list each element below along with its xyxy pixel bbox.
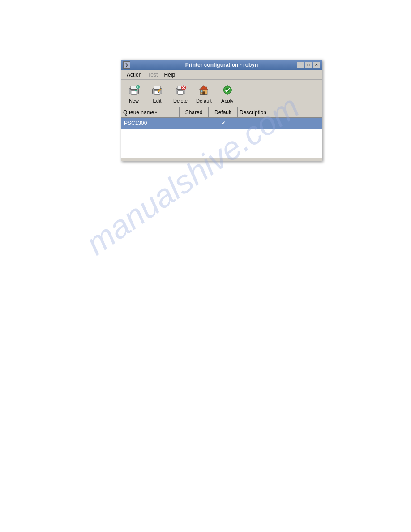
row-default-value: ✔ [209,118,238,129]
printer-table: Queue name ▾ Shared Default Description … [121,107,322,158]
new-label: New [129,98,139,103]
svg-rect-30 [231,89,232,91]
svg-rect-27 [227,86,228,87]
svg-text:+: + [137,86,139,89]
printer-config-window: ❯ Printer configuration - robyn ─ □ ✕ Ac… [121,60,322,161]
svg-rect-4 [135,90,137,91]
minimize-button[interactable]: ─ [297,62,304,68]
window-bottom [121,158,322,161]
edit-button[interactable]: Edit [147,82,167,105]
titlebar-buttons: ─ □ ✕ [297,62,320,68]
col-default-label: Default [214,109,231,116]
apply-icon [220,83,235,97]
table-header: Queue name ▾ Shared Default Description [121,107,322,118]
svg-rect-2 [131,91,137,95]
col-shared-label: Shared [185,109,203,116]
apply-button[interactable]: Apply [218,82,237,105]
menu-test: Test [145,71,160,78]
maximize-button[interactable]: □ [305,62,312,68]
row-shared-value [180,118,209,129]
col-description: Description [238,107,322,117]
window-title: Printer configuration - robyn [121,62,322,68]
table-body: PSC1300 ✔ [121,118,322,158]
default-label: Default [196,98,212,103]
delete-icon [173,83,188,97]
queue-sort-arrow: ▾ [155,110,157,115]
row-description-value [238,118,322,129]
edit-icon [150,83,164,97]
svg-rect-15 [178,91,183,95]
default-button[interactable]: Default [194,82,214,105]
svg-rect-8 [154,86,160,89]
delete-button[interactable]: Delete [171,82,190,105]
apply-label: Apply [221,98,234,103]
delete-label: Delete [173,98,188,103]
col-queue-name[interactable]: Queue name ▾ [121,107,180,117]
new-icon: + [127,83,141,97]
new-button[interactable]: + New [124,82,144,105]
svg-marker-20 [199,86,209,90]
svg-rect-22 [203,92,205,95]
default-icon [197,83,211,97]
col-shared: Shared [180,107,209,117]
close-button[interactable]: ✕ [313,62,320,68]
svg-rect-24 [206,87,207,90]
row-queue-name: PSC1300 [121,118,180,129]
col-description-label: Description [240,109,266,116]
col-queue-label: Queue name [123,109,154,116]
col-default: Default [209,107,238,117]
svg-rect-23 [201,90,202,92]
menu-action[interactable]: Action [124,71,144,78]
table-row[interactable]: PSC1300 ✔ [121,118,322,129]
edit-label: Edit [153,98,162,103]
svg-rect-28 [227,93,228,95]
svg-rect-29 [223,89,224,91]
toolbar: + New [121,80,322,107]
menu-help[interactable]: Help [161,71,178,78]
titlebar: ❯ Printer configuration - robyn ─ □ ✕ [121,60,322,70]
titlebar-left: ❯ [123,61,130,69]
menubar: Action Test Help [121,70,322,80]
titlebar-menu-button[interactable]: ❯ [123,61,130,69]
